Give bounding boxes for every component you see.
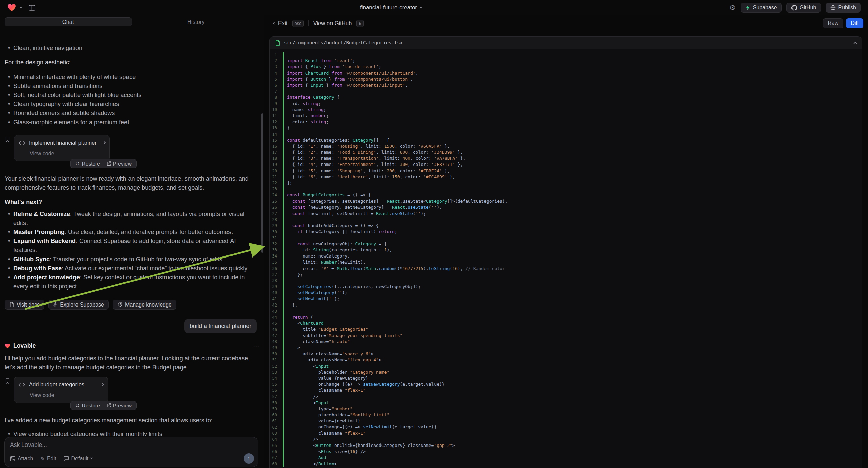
sidebar-toggle-icon[interactable] [29,5,35,11]
whats-next-heading: What's next? [5,198,259,207]
added-paragraph: I've added a new budget categories manag… [5,416,259,425]
raw-button[interactable]: Raw [823,19,843,28]
code-line: 5import { Button } from '@/components/ui… [270,76,862,82]
chevron-down-icon [90,457,93,459]
restore-button[interactable]: Restore [72,161,103,167]
project-selector[interactable]: financial-future-creator [360,4,422,11]
project-name: financial-future-creator [360,4,417,11]
code-line: 55 onChange={(e) => setNewCategory(e.tar… [270,381,862,387]
view-code-link[interactable]: View code [19,149,105,158]
publish-button[interactable]: Publish [826,3,861,13]
code-line: 49 > [270,345,862,351]
preview-button[interactable]: Preview [103,403,135,409]
code-line: 37 }; [270,272,862,277]
code-line: 10 name: string; [270,107,862,113]
code-container: src/components/budget/BudgetCategories.t… [270,36,862,468]
code-card-budget-categories[interactable]: Add budget categories View code [14,377,108,403]
esc-key-hint: esc [292,20,304,27]
code-line: 32 const newCategoryObj: Category = { [270,241,862,247]
code-line: 7 [270,88,862,94]
code-line: 31 [270,235,862,241]
code-card-financial-planner[interactable]: Implement financial planner View code [14,135,110,161]
restore-icon [75,161,80,167]
list-item: Master Prompting: Use clear, detailed, a… [5,228,259,237]
chevron-right-icon [101,383,104,386]
code-brackets-icon [19,141,26,145]
code-line: 18 { id: '3', name: 'Transportation', li… [270,155,862,162]
code-line: 61 value={newLimit} [270,418,862,424]
edit-button[interactable]: Edit [40,456,56,462]
bookmark-icon[interactable] [5,136,10,143]
code-line: 53 placeholder="Category name" [270,369,862,375]
code-line: 6import { Input } from '@/components/ui/… [270,82,862,88]
card-top: Add budget categories [19,380,104,389]
explore-supabase-button[interactable]: Explore Supabase [48,300,109,310]
diff-button[interactable]: Diff [846,19,863,28]
code-line: 24const BudgetCategories = () => { [270,192,862,198]
github-button[interactable]: GitHub [786,3,821,13]
send-button[interactable] [244,453,254,464]
code-line: 63 className="flex-1" [270,430,862,436]
view-code-link[interactable]: View code [19,391,104,400]
tab-history[interactable]: History [132,18,260,26]
external-link-icon [107,162,111,166]
chat-composer: Attach Edit Default [4,437,258,467]
code-line: 52 <Input [270,363,862,369]
code-panel: Exit esc View on GitHub 6 Raw Diff src/c… [264,16,868,468]
chevron-left-icon [273,22,276,24]
code-line: 28 [270,216,862,223]
pencil-icon [40,456,44,462]
more-menu-icon[interactable] [253,342,259,351]
card-row-budget-categories: Add budget categories View code Restore [5,377,259,410]
code-line: 60 placeholder="Monthly limit" [270,412,862,418]
code-line: 23 [270,186,862,192]
restore-label: Restore [82,161,100,167]
code-line: 22]; [270,180,862,186]
exit-label: Exit [278,20,287,27]
code-line: 62 onChange={(e) => setNewLimit(e.target… [270,424,862,430]
assistant-name: Lovable [13,342,36,351]
restore-button[interactable]: Restore [72,403,103,409]
composer-toolbar: Attach Edit Default [10,453,254,464]
github-mark-icon [791,5,797,11]
list-item: Rounded corners and subtle shadows [5,109,259,118]
collapse-chevron-up-icon[interactable] [854,41,857,45]
settings-gear-icon[interactable] [730,4,736,12]
code-line: 56 className="flex-1" [270,387,862,393]
exit-button[interactable]: Exit [274,20,287,27]
mode-selector[interactable]: Default [64,456,93,462]
code-brackets-icon [19,383,26,387]
chat-scrollbar-thumb[interactable] [261,114,263,253]
manage-knowledge-button[interactable]: Manage knowledge [113,300,177,310]
code-line: 39 setCategories([...categories, newCate… [270,284,862,290]
tab-chat[interactable]: Chat [5,18,132,26]
card-title: Implement financial planner [29,138,97,147]
lovable-logo-heart-icon[interactable] [7,4,16,12]
code-line: 57 /> [270,394,862,400]
whats-next-list: Refine & Customize: Tweak the design, an… [5,209,259,291]
supabase-bolt-icon [53,302,57,307]
file-header[interactable]: src/components/budget/BudgetCategories.t… [270,37,862,49]
docs-icon [9,302,14,307]
chat-bubble-icon [64,456,69,461]
code-line: 3import { Plus } from 'lucide-react'; [270,64,862,70]
restore-label: Restore [82,403,100,409]
bookmark-icon[interactable] [5,378,10,384]
code-panel-header: Exit esc View on GitHub 6 Raw Diff [264,16,868,31]
list-item: Clean, intuitive navigation [5,43,259,53]
preview-label: Preview [113,161,131,167]
code-line: 48 className="h-auto" [270,339,862,345]
supabase-bolt-icon [745,5,750,10]
attach-button[interactable]: Attach [10,456,33,462]
code-line: 25 const [categories, setCategories] = R… [270,198,862,204]
supabase-button[interactable]: Supabase [741,3,782,13]
list-item: Clean typography with clear hierarchies [5,100,259,109]
view-on-github-button[interactable]: View on GitHub [313,20,352,27]
chat-input[interactable] [10,441,253,453]
code-line: 26 const [newCategory, setNewCategory] =… [270,204,862,210]
logo-chevron-down-icon[interactable] [20,6,22,8]
visit-docs-button[interactable]: Visit docs [5,300,44,310]
code-line: 21 { id: '6', name: 'Healthcare', limit:… [270,174,862,180]
supabase-label: Supabase [753,5,777,11]
preview-button[interactable]: Preview [103,161,135,167]
